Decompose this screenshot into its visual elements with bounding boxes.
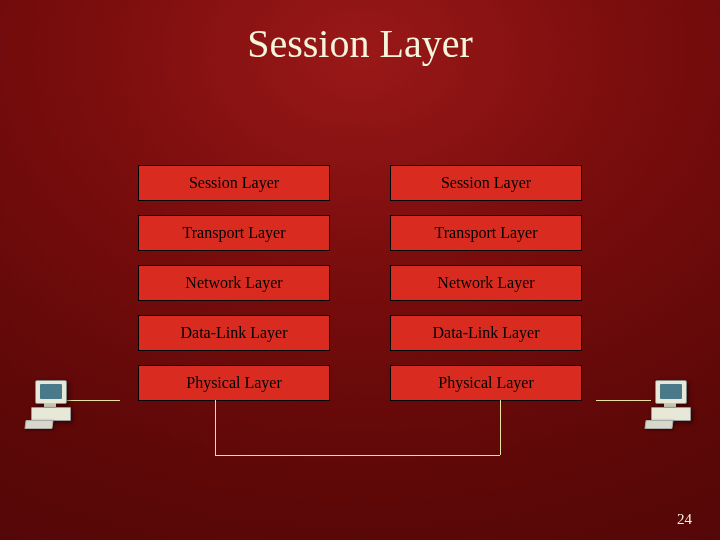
right-transport-layer: Transport Layer bbox=[390, 215, 582, 251]
left-transport-layer: Transport Layer bbox=[138, 215, 330, 251]
connection-line bbox=[215, 455, 500, 456]
right-session-layer: Session Layer bbox=[390, 165, 582, 201]
right-physical-layer: Physical Layer bbox=[390, 365, 582, 401]
connection-line bbox=[500, 400, 501, 455]
left-network-layer: Network Layer bbox=[138, 265, 330, 301]
right-network-layer: Network Layer bbox=[390, 265, 582, 301]
layer-stacks-container: Session Layer Transport Layer Network La… bbox=[0, 165, 720, 401]
left-physical-layer: Physical Layer bbox=[138, 365, 330, 401]
computer-icon bbox=[645, 380, 695, 428]
left-datalink-layer: Data-Link Layer bbox=[138, 315, 330, 351]
slide-title: Session Layer bbox=[0, 20, 720, 67]
computer-icon bbox=[25, 380, 75, 428]
right-datalink-layer: Data-Link Layer bbox=[390, 315, 582, 351]
right-stack: Session Layer Transport Layer Network La… bbox=[390, 165, 582, 401]
connection-line bbox=[596, 400, 651, 401]
connection-line bbox=[215, 400, 216, 455]
left-stack: Session Layer Transport Layer Network La… bbox=[138, 165, 330, 401]
left-session-layer: Session Layer bbox=[138, 165, 330, 201]
page-number: 24 bbox=[677, 511, 692, 528]
